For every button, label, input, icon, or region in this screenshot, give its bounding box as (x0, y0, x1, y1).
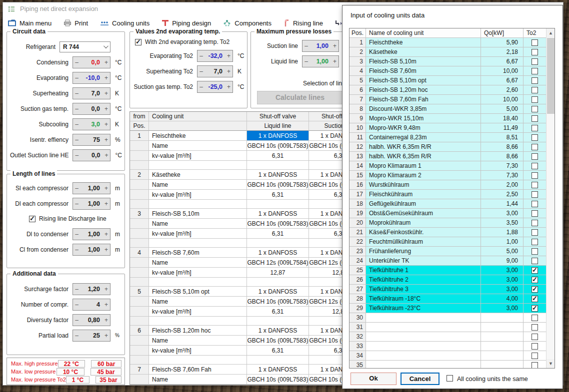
row-name-cell[interactable]: Fleischkühlraum (366, 190, 481, 199)
row-name-cell[interactable]: Unterkühler TK (366, 256, 481, 266)
increment-button[interactable]: + (102, 286, 110, 293)
toolbar-main-menu[interactable]: Main menu (8, 19, 52, 27)
row-name-cell[interactable]: Käsetheke (366, 47, 481, 57)
row-qo-cell[interactable]: 9,00 (481, 256, 524, 266)
spinner-field[interactable]: – 75 + (72, 134, 110, 146)
spinner-field[interactable]: – 3,0 + (72, 118, 110, 130)
increment-button[interactable]: + (102, 332, 110, 339)
increment-button[interactable]: + (225, 68, 232, 75)
liquid-valve-name-cell[interactable]: GBCH 10s (009L7583) (247, 219, 309, 229)
liquid-valve-count-cell[interactable]: 1 x DANFOSS (247, 131, 309, 141)
cancel-button[interactable]: Cancel (400, 373, 440, 385)
decrement-button[interactable]: – (198, 52, 205, 59)
spinner-field[interactable]: – 0,0 + (72, 149, 110, 161)
decrement-button[interactable]: – (73, 74, 80, 81)
spinner-field[interactable]: – 1,00 + (302, 40, 339, 52)
row-name-cell[interactable]: Feuchtmüllkühlraum (366, 237, 481, 247)
toolbar-components[interactable]: Components (223, 19, 272, 27)
to2-checkbox[interactable] (532, 248, 538, 255)
group-unit-name[interactable]: Fleisch-SB 5,10m opt (149, 287, 247, 297)
increment-button[interactable]: + (102, 317, 110, 324)
liquid-valve-name-cell[interactable]: GBCH 12s (009L7584) (247, 258, 309, 268)
row-name-cell[interactable]: Fleisch-SB 5,10m (366, 57, 481, 66)
decrement-button[interactable]: – (73, 105, 80, 112)
group-unit-name[interactable]: Fleisch-SB 7,60m Fah (149, 365, 247, 375)
increment-button[interactable]: + (225, 52, 232, 59)
spinner-field[interactable]: – -25,0 + (197, 81, 233, 93)
row-qo-cell[interactable]: 7,30 (481, 161, 524, 171)
calculate-lines-button[interactable]: Calculate lines (257, 91, 343, 104)
to2-checkbox[interactable] (532, 68, 538, 74)
row-qo-cell[interactable]: 8,66 (481, 142, 524, 152)
liquid-kv-cell[interactable]: 6,31 (247, 229, 309, 239)
decrement-button[interactable]: – (73, 136, 80, 143)
spinner-field[interactable]: – -10,0 + (72, 72, 110, 84)
row-name-cell[interactable] (366, 351, 481, 361)
row-qo-cell[interactable]: 1,88 (481, 228, 524, 237)
rising-line-discharge-checkbox[interactable] (29, 216, 36, 222)
to2-checkbox[interactable] (532, 305, 538, 312)
refrigerant-select[interactable]: R 744 (60, 41, 110, 52)
increment-button[interactable]: + (102, 59, 110, 66)
decrement-button[interactable]: – (73, 185, 80, 192)
row-name-cell[interactable] (366, 313, 481, 323)
table-scrollbar[interactable]: ▲ ▼ (546, 28, 554, 368)
row-name-cell[interactable] (366, 361, 481, 369)
row-qo-cell[interactable]: 2,18 (481, 47, 524, 57)
decrement-button[interactable]: – (73, 317, 80, 324)
increment-button[interactable]: + (102, 231, 110, 238)
row-name-cell[interactable]: Käse&Feinkostkühlr. (366, 228, 481, 237)
spinner-field[interactable]: – 1,00 + (72, 182, 110, 194)
row-name-cell[interactable]: Containerregal 8,23m (366, 133, 481, 142)
row-name-cell[interactable] (366, 342, 481, 351)
row-qo-cell[interactable]: 10,00 (481, 66, 524, 76)
decrement-button[interactable]: – (73, 152, 80, 159)
to2-checkbox[interactable] (532, 334, 538, 340)
liquid-valve-count-cell[interactable]: 1 x DANFOSS (247, 287, 309, 297)
to2-checkbox[interactable] (532, 115, 538, 122)
spinner-field[interactable]: – 0,80 + (72, 314, 110, 326)
to2-checkbox[interactable] (532, 39, 538, 46)
group-unit-name[interactable]: Fleischtheke (149, 131, 247, 141)
to2-checkbox[interactable] (532, 267, 538, 274)
increment-button[interactable]: + (102, 90, 110, 97)
row-name-cell[interactable]: Mopro Klimaraum 1 (366, 161, 481, 171)
liquid-kv-cell[interactable]: 6,31 (247, 151, 309, 161)
decrement-button[interactable]: – (73, 59, 80, 66)
row-name-cell[interactable] (366, 323, 481, 332)
spinner-field[interactable]: – 4 + (72, 299, 110, 311)
liquid-valve-count-cell[interactable]: 1 x DANFOSS (247, 326, 309, 336)
to2-checkbox[interactable] (532, 258, 538, 264)
row-qo-cell[interactable]: 3,00 (481, 209, 524, 218)
scroll-up-icon[interactable]: ▲ (546, 28, 555, 37)
to2-checkbox[interactable] (532, 286, 538, 293)
liquid-valve-count-cell[interactable]: 1 x DANFOSS (247, 170, 309, 180)
row-name-cell[interactable]: Tiefkühlraum -18°C (366, 294, 481, 304)
decrement-button[interactable]: – (73, 200, 80, 207)
to2-checkbox[interactable] (532, 144, 538, 150)
all-units-same-checkbox[interactable] (446, 375, 453, 382)
spinner-field[interactable]: – 1,20 + (72, 283, 110, 295)
liquid-valve-count-cell[interactable]: 1 x DANFOSS (247, 209, 309, 219)
row-qo-cell[interactable]: 5,00 (481, 104, 524, 114)
row-name-cell[interactable]: Tiefkühltruhe 2 (366, 275, 481, 285)
row-name-cell[interactable]: Discount-WKR 3,85m (366, 104, 481, 114)
toolbar-piping-design[interactable]: Piping design (162, 19, 211, 27)
row-qo-cell[interactable]: 7,30 (481, 171, 524, 180)
row-name-cell[interactable]: Obst&Gemüsekühlraum (366, 209, 481, 218)
row-name-cell[interactable]: Fleisch-SB 7,60m (366, 66, 481, 76)
to2-checkbox[interactable] (532, 324, 538, 331)
spinner-field[interactable]: – 1,00 + (72, 228, 110, 240)
spinner-field[interactable]: – -32,0 + (197, 50, 233, 62)
decrement-button[interactable]: – (73, 246, 80, 253)
liquid-valve-count-cell[interactable]: 1 x DANFOSS (247, 365, 309, 375)
row-name-cell[interactable]: Tiefkühltruhe 1 (366, 266, 481, 275)
scrollbar-thumb[interactable] (547, 38, 554, 114)
row-qo-cell[interactable]: 8,51 (481, 133, 524, 142)
increment-button[interactable]: + (102, 185, 110, 192)
row-name-cell[interactable]: halbh. WKR 6,35m R/R (366, 142, 481, 152)
to2-checkbox[interactable] (532, 49, 538, 55)
decrement-button[interactable]: – (73, 332, 80, 339)
row-name-cell[interactable]: Geflügelkühlraum (366, 199, 481, 209)
row-name-cell[interactable]: Fleischtheke (366, 38, 481, 47)
